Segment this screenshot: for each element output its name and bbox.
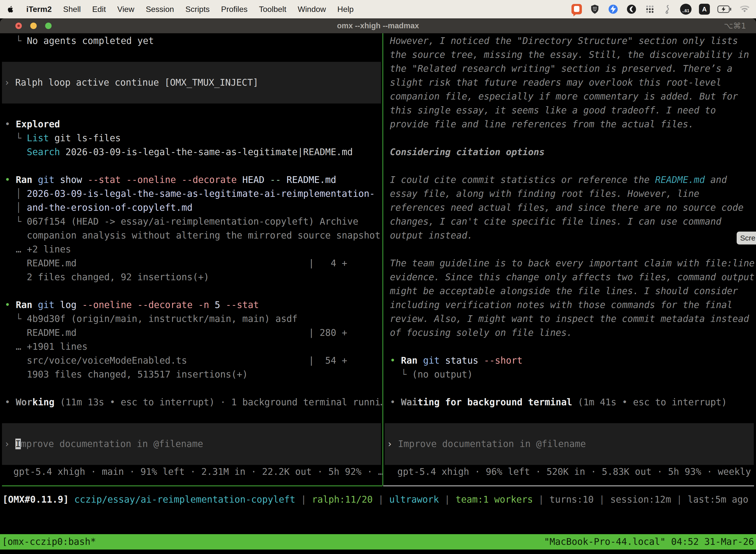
terminal-line: 2 files changed, 92 insertions(+) [0,270,382,284]
terminal-line: changes, I can't cite specific file line… [383,215,756,229]
terminal-line: • Working (11m 13s • esc to interrupt) ·… [0,395,382,409]
squiggle-icon[interactable] [663,4,673,15]
terminal-line: references need actual files, and since … [383,201,756,215]
terminal-line: • Explored [0,117,382,131]
terminal-line: … +2 lines [0,242,382,257]
terminal-line: essay file, along with finding root file… [383,187,756,201]
screen-overlay-tab[interactable]: Scre [737,232,756,244]
menu-item-window[interactable]: Window [298,5,326,14]
terminal-line: of focusing solely on file lines. [383,326,756,340]
terminal-line: companion file, especially if more comme… [383,90,756,104]
menu-item-session[interactable]: Session [146,5,174,14]
prompt-input[interactable]: › Improve documentation in @filename [2,423,381,465]
terminal-line: the "Related research writing" section i… [383,62,756,76]
terminal-line: slight risk that future readers may over… [383,76,756,90]
inject-line: › Ralph loop active continue [OMX_TMUX_I… [2,76,381,90]
terminal-window: omx --xhigh --madmax ⌥⌘1 └ No agents com… [0,18,756,550]
screen: iTerm2ShellEditViewSessionScriptsProfile… [0,0,756,554]
terminal-line: • Ran git status --short [383,354,756,368]
dots-grid-icon[interactable] [644,4,655,15]
menu-item-view[interactable]: View [117,5,134,14]
terminal-line: provide file and line references from th… [383,117,756,131]
blank-line [383,382,756,395]
terminal-line: Considering citation options [383,145,756,159]
blank-line [0,409,382,423]
terminal-line: • Ran git log --oneline --decorate -n 5 … [0,298,382,312]
menu-item-profiles[interactable]: Profiles [221,5,248,14]
omx-status-bar: [OMX#0.11.9] cczip/essay/ai-reimplementa… [0,493,756,507]
blank-line [383,159,756,173]
battery-icon[interactable] [717,5,732,13]
left-pane[interactable]: └ No agents completed yet› Ralph loop ac… [0,33,382,479]
left-pane-separator [2,486,382,486]
terminal-line: • Ran git show --stat --oneline --decora… [0,173,382,187]
menu-bar-status-icons: ..61 A [571,4,750,15]
terminal-line: • Waiting for background terminal (1m 41… [383,395,756,409]
right-pane[interactable]: However, I noticed the "Directory Struct… [383,33,756,479]
minimize-button[interactable] [30,22,37,29]
terminal-line: companion analysis without altering the … [0,229,382,242]
blank-line [0,159,382,173]
window-title-bar[interactable]: omx --xhigh --madmax ⌥⌘1 [0,18,756,33]
tmux-host-clock: "MacBook-Pro-44.local" 04:52 31-Mar-26 [544,534,754,550]
terminal-content[interactable]: └ No agents completed yet› Ralph loop ac… [0,33,756,534]
right-pane-separator [383,486,754,486]
terminal-line: 1903 files changed, 513517 insertions(+) [0,368,382,382]
terminal-line: the source tree, missing the essay. Stil… [383,48,756,62]
tmux-status-bar: [omx-cczip0:bash* "MacBook-Pro-44.local"… [0,534,756,550]
terminal-line: including verification notes with those … [383,298,756,312]
inject-box: › Ralph loop active continue [OMX_TMUX_I… [2,62,381,104]
prompt-line: › Improve documentation in @filename [2,437,381,451]
blank-line [0,48,382,62]
terminal-line: └ No agents completed yet [0,34,382,48]
terminal-line: output instead. [383,229,756,242]
blank-line [383,409,756,423]
blank-line [383,131,756,145]
close-button[interactable] [15,22,22,29]
pane-status-line: gpt-5.4 xhigh · 96% left · 520K in · 5.8… [383,465,756,479]
chat-app-icon[interactable] [571,4,582,14]
apple-menu-icon[interactable] [6,5,15,14]
window-shortcut-hint: ⌥⌘1 [724,21,746,31]
blank-line [0,382,382,395]
menu-item-toolbelt[interactable]: Toolbelt [259,5,286,14]
blank-line [0,284,382,298]
dark-disc-icon[interactable] [626,4,637,15]
window-title: omx --xhigh --madmax [337,21,419,30]
terminal-line: README.md | 4 + [0,257,382,270]
terminal-line: review. Also, I might want to inspect th… [383,312,756,326]
terminal-line: │ 2026-03-09-is-legal-the-same-as-legiti… [0,187,382,201]
disc-61-icon[interactable]: ..61 [680,4,692,15]
blank-line [383,340,756,354]
blank-line [0,104,382,117]
shield-grid-icon[interactable] [589,4,600,15]
blue-badge-icon[interactable] [608,4,619,15]
tmux-session-label: [omx-cczip0:bash* [2,534,96,550]
terminal-line: evidence. Since this change only affects… [383,270,756,284]
terminal-line: this single essay, it seems like a good … [383,104,756,117]
menu-bar-left: iTerm2ShellEditViewSessionScriptsProfile… [6,5,354,14]
blank-line [383,242,756,257]
prompt-line: › Improve documentation in @filename [385,437,754,451]
a-badge-icon[interactable]: A [699,4,710,15]
terminal-line: However, I noticed the "Directory Struct… [383,34,756,48]
wifi-icon[interactable] [739,5,750,13]
terminal-line: └ List git ls-files [0,131,382,145]
traffic-lights [15,18,52,33]
zoom-button[interactable] [45,22,52,29]
terminal-line: └ (no output) [383,368,756,382]
menu-item-scripts[interactable]: Scripts [185,5,209,14]
menu-item-iterm2[interactable]: iTerm2 [26,5,52,14]
terminal-line: └ 067f154 (HEAD -> essay/ai-reimplementa… [0,215,382,229]
menu-item-edit[interactable]: Edit [92,5,106,14]
menu-bar: iTerm2ShellEditViewSessionScriptsProfile… [0,0,756,18]
terminal-line: The team guideline is to back every impo… [383,257,756,270]
terminal-line: Search 2026-03-09-is-legal-the-same-as-l… [0,145,382,159]
terminal-line: └ 4b9d30f (origin/main, instructkr/main,… [0,312,382,326]
terminal-line: │ and-the-erosion-of-copyleft.md [0,201,382,215]
terminal-line: I could cite commit statistics or refere… [383,173,756,187]
menu-item-help[interactable]: Help [337,5,354,14]
menu-item-shell[interactable]: Shell [63,5,81,14]
prompt-input[interactable]: › Improve documentation in @filename [385,423,754,465]
terminal-line: … +1901 lines [0,340,382,354]
